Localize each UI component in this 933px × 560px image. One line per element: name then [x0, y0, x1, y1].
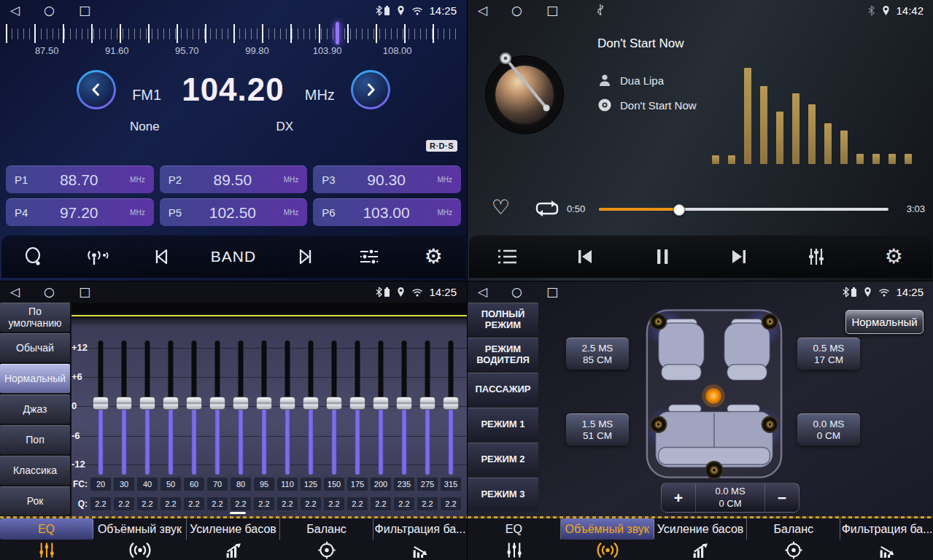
- mode-item[interactable]: ПОЛНЫЙ РЕЖИМ: [468, 303, 538, 336]
- scan-icon[interactable]: [19, 246, 48, 268]
- home-icon[interactable]: ○: [511, 286, 522, 298]
- slider-thumb[interactable]: [116, 397, 132, 410]
- eq-band-slider[interactable]: [252, 336, 276, 482]
- dial-indicator[interactable]: [336, 22, 339, 44]
- tab-filter[interactable]: Фильтрация ба...: [840, 518, 933, 560]
- page-dot[interactable]: [255, 512, 271, 514]
- eq-band-slider[interactable]: [206, 336, 229, 482]
- speaker-delay-button[interactable]: 2.5 MS85 CM: [566, 338, 629, 370]
- eq-band-slider[interactable]: [299, 336, 322, 482]
- mode-item[interactable]: РЕЖИМ 2: [468, 443, 538, 476]
- eq-band-slider[interactable]: [346, 336, 369, 482]
- slider-thumb[interactable]: [233, 397, 249, 410]
- profile-button[interactable]: Нормальный: [845, 310, 924, 334]
- page-dot[interactable]: [230, 512, 246, 514]
- eq-icon[interactable]: [0, 540, 93, 560]
- eq-preset-item[interactable]: Обычай: [0, 333, 70, 362]
- tab-label[interactable]: Объёмный звук: [561, 518, 654, 540]
- eq-preset-item[interactable]: Рок: [0, 486, 70, 516]
- seek-down-button[interactable]: [77, 70, 116, 109]
- mode-item[interactable]: РЕЖИМ 3: [468, 478, 538, 511]
- surround-icon[interactable]: [561, 540, 654, 560]
- slider-thumb[interactable]: [209, 397, 225, 410]
- back-icon[interactable]: ◁: [478, 286, 487, 298]
- slider-thumb[interactable]: [93, 397, 109, 410]
- playlist-icon[interactable]: [493, 247, 522, 266]
- tab-eq[interactable]: EQ: [468, 518, 561, 560]
- tab-label[interactable]: EQ: [468, 518, 561, 540]
- band-button[interactable]: BAND: [211, 248, 256, 265]
- slider-thumb[interactable]: [256, 397, 272, 410]
- frequency-dial[interactable]: 87.5091.6095.7099.80103.90108.00: [6, 24, 461, 58]
- tab-label[interactable]: Фильтрация ба...: [373, 518, 467, 540]
- tab-surround[interactable]: Объёмный звук: [561, 518, 654, 560]
- preset-button[interactable]: P390.30MHz: [313, 166, 461, 193]
- eq-preset-item[interactable]: Джаз: [0, 394, 70, 424]
- eq-preset-item[interactable]: Нормальный: [0, 364, 70, 393]
- slider-thumb[interactable]: [279, 397, 295, 410]
- home-icon[interactable]: ○: [44, 286, 55, 298]
- eq-band-slider[interactable]: [159, 336, 182, 482]
- slider-thumb[interactable]: [349, 397, 365, 410]
- recents-icon[interactable]: □: [79, 4, 90, 17]
- back-icon[interactable]: ◁: [478, 4, 487, 17]
- recents-icon[interactable]: □: [79, 286, 90, 298]
- surround-icon[interactable]: [93, 540, 187, 560]
- tab-label[interactable]: Объёмный звук: [93, 518, 187, 540]
- recents-icon[interactable]: □: [546, 286, 558, 298]
- tab-label[interactable]: Баланс: [280, 518, 373, 540]
- eq-band-slider[interactable]: [416, 336, 439, 482]
- tab-bass-boost[interactable]: Усиление басов: [187, 518, 280, 560]
- tab-balance[interactable]: Баланс: [280, 518, 373, 560]
- speaker-delay-button[interactable]: 0.5 MS17 CM: [797, 338, 860, 370]
- equalizer-icon[interactable]: [802, 246, 831, 268]
- balance-icon[interactable]: [747, 540, 840, 560]
- tab-surround[interactable]: Объёмный звук: [93, 518, 187, 560]
- favorite-icon[interactable]: ♡: [492, 195, 510, 219]
- repeat-icon[interactable]: [535, 198, 560, 222]
- home-icon[interactable]: ○: [44, 4, 55, 17]
- progress-bar[interactable]: [599, 208, 889, 211]
- broadcast-icon[interactable]: [82, 246, 112, 268]
- home-icon[interactable]: ○: [511, 4, 522, 17]
- eq-band-slider[interactable]: [322, 336, 346, 482]
- mode-item[interactable]: ПАССАЖИР: [468, 373, 538, 406]
- eq-preset-item[interactable]: Поп: [0, 425, 70, 454]
- bass-boost-icon[interactable]: [187, 540, 280, 560]
- back-icon[interactable]: ◁: [10, 4, 20, 17]
- tune-icon[interactable]: [355, 246, 384, 268]
- tab-label[interactable]: Усиление басов: [187, 518, 280, 540]
- tab-balance[interactable]: Баланс: [747, 518, 840, 560]
- tab-label[interactable]: Усиление басов: [654, 518, 748, 540]
- balance-icon[interactable]: [280, 540, 373, 560]
- prev-filled-icon[interactable]: [570, 246, 600, 267]
- eq-band-slider[interactable]: [439, 336, 462, 482]
- filter-icon[interactable]: [840, 540, 933, 560]
- slider-thumb[interactable]: [443, 397, 459, 410]
- tab-label[interactable]: Фильтрация ба...: [840, 518, 933, 540]
- eq-band-slider[interactable]: [112, 336, 136, 482]
- settings-icon[interactable]: ⚙: [419, 246, 448, 267]
- filter-icon[interactable]: [373, 540, 467, 560]
- preset-button[interactable]: P188.70MHz: [6, 166, 154, 193]
- slider-thumb[interactable]: [326, 397, 342, 410]
- seek-up-button[interactable]: [351, 70, 390, 109]
- pause-icon[interactable]: [648, 246, 677, 267]
- car-cabin-map[interactable]: [644, 306, 784, 481]
- slider-thumb[interactable]: [373, 397, 389, 410]
- tab-filter[interactable]: Фильтрация ба...: [373, 518, 467, 560]
- eq-band-slider[interactable]: [136, 336, 159, 482]
- eq-band-slider[interactable]: [392, 336, 416, 482]
- next-icon[interactable]: [291, 246, 320, 267]
- slider-thumb[interactable]: [139, 397, 155, 410]
- eq-band-slider[interactable]: [89, 336, 112, 482]
- eq-band-slider[interactable]: [369, 336, 392, 482]
- recents-icon[interactable]: □: [546, 4, 558, 17]
- next-filled-icon[interactable]: [724, 246, 754, 267]
- listening-point[interactable]: [705, 388, 721, 404]
- eq-band-slider[interactable]: [229, 336, 252, 482]
- mode-item[interactable]: РЕЖИМ ВОДИТЕЛЯ: [468, 338, 538, 371]
- bass-boost-icon[interactable]: [654, 540, 748, 560]
- eq-band-slider[interactable]: [182, 336, 206, 482]
- preset-button[interactable]: P497.20MHz: [6, 198, 154, 226]
